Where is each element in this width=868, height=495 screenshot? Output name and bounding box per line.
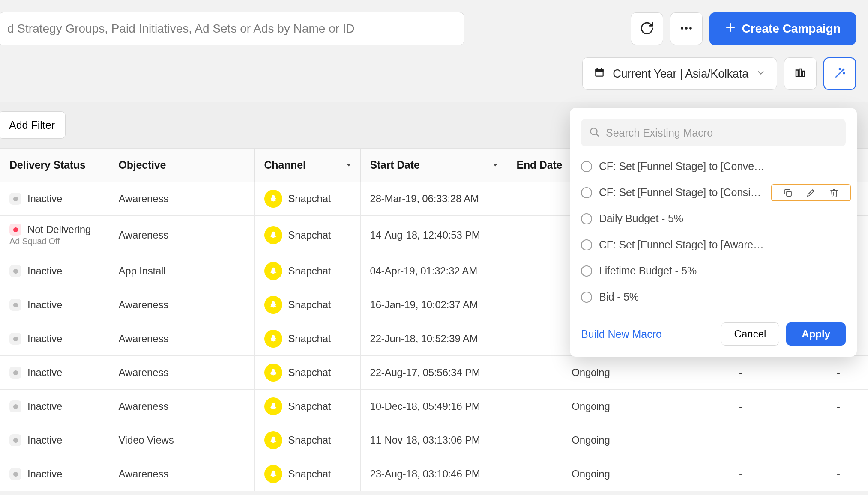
search-input[interactable]	[0, 12, 464, 45]
status-text: Inactive	[27, 265, 62, 277]
channel-name: Snapchat	[288, 468, 331, 480]
date-range-label: Current Year | Asia/Kolkata	[613, 67, 748, 81]
build-new-macro-link[interactable]: Build New Macro	[581, 328, 662, 340]
columns-button[interactable]	[784, 57, 817, 90]
cell-objective: Awareness	[109, 216, 254, 254]
cell-channel: Snapchat	[254, 322, 360, 356]
cell-delivery: Inactive	[0, 322, 109, 356]
cell-start-date: 04-Apr-19, 01:32:32 AM	[360, 254, 507, 288]
macro-item[interactable]: CF: Set [Funnel Stage] to [Convers…	[570, 153, 857, 179]
add-filter-label: Add Filter	[9, 119, 55, 131]
snapchat-icon	[264, 226, 282, 244]
macro-label: Bid - 5%	[599, 291, 766, 303]
refresh-icon	[640, 21, 654, 37]
cell-delivery: Inactive	[0, 390, 109, 423]
snapchat-icon	[264, 330, 282, 348]
status-text: Inactive	[27, 299, 62, 311]
table-row[interactable]: Inactive Awareness Snapchat 23-Aug-18, 0…	[0, 457, 868, 491]
table-row[interactable]: Inactive Awareness Snapchat 22-Aug-17, 0…	[0, 356, 868, 390]
status-text: Not Delivering	[27, 224, 91, 236]
radio-icon[interactable]	[581, 161, 592, 172]
cell-objective: Awareness	[109, 457, 254, 491]
cell-extra-2: -	[807, 423, 868, 457]
top-toolbar: Create Campaign	[0, 0, 868, 57]
edit-icon[interactable]	[799, 188, 823, 198]
svg-marker-18	[493, 164, 497, 166]
svg-point-1	[685, 27, 688, 30]
channel-name: Snapchat	[288, 193, 331, 205]
chevron-down-icon	[756, 67, 766, 81]
radio-icon[interactable]	[581, 292, 592, 303]
duplicate-icon[interactable]	[776, 188, 799, 198]
cell-channel: Snapchat	[254, 288, 360, 322]
trash-icon[interactable]	[823, 188, 846, 198]
more-button[interactable]	[670, 12, 703, 45]
cell-start-date: 10-Dec-18, 05:49:16 PM	[360, 390, 507, 423]
macro-item[interactable]: Lifetime Budget - 5%	[570, 258, 857, 284]
svg-point-14	[843, 69, 844, 70]
macro-popover: CF: Set [Funnel Stage] to [Convers… CF: …	[570, 108, 857, 357]
svg-rect-8	[601, 68, 602, 70]
search-icon	[589, 126, 600, 139]
svg-line-20	[596, 134, 599, 136]
plus-icon	[725, 22, 736, 36]
date-range-picker[interactable]: Current Year | Asia/Kolkata	[582, 57, 777, 90]
macro-item[interactable]: Bid - 5%	[570, 284, 857, 310]
status-indicator-icon	[9, 434, 21, 446]
col-header-delivery[interactable]: Delivery Status	[0, 149, 109, 182]
create-campaign-button[interactable]: Create Campaign	[709, 12, 856, 45]
channel-name: Snapchat	[288, 400, 331, 412]
svg-rect-11	[799, 69, 802, 77]
macro-cancel-button[interactable]: Cancel	[721, 322, 780, 346]
radio-icon[interactable]	[581, 187, 592, 198]
cell-extra-1: -	[675, 356, 807, 390]
cell-objective: App Install	[109, 254, 254, 288]
macro-actions	[771, 184, 851, 201]
channel-name: Snapchat	[288, 333, 331, 345]
caret-down-icon	[345, 159, 353, 171]
macro-label: CF: Set [Funnel Stage] to [Awaren…	[599, 239, 766, 251]
macro-search[interactable]	[581, 119, 846, 146]
cell-channel: Snapchat	[254, 423, 360, 457]
cell-start-date: 28-Mar-19, 06:33:28 AM	[360, 182, 507, 216]
status-indicator-icon	[9, 333, 21, 345]
macro-search-input[interactable]	[606, 127, 838, 139]
channel-name: Snapchat	[288, 265, 331, 277]
macro-item[interactable]: CF: Set [Funnel Stage] to [Awaren…	[570, 232, 857, 258]
refresh-button[interactable]	[631, 12, 663, 45]
macro-popover-footer: Build New Macro Cancel Apply	[570, 313, 857, 347]
cell-extra-1: -	[675, 423, 807, 457]
macro-list: CF: Set [Funnel Stage] to [Convers… CF: …	[570, 151, 857, 313]
svg-point-16	[839, 68, 841, 69]
svg-point-0	[681, 27, 683, 30]
add-filter-button[interactable]: Add Filter	[0, 111, 66, 139]
cell-channel: Snapchat	[254, 254, 360, 288]
snapchat-icon	[264, 296, 282, 314]
cell-end-date: Ongoing	[507, 390, 675, 423]
cell-objective: Awareness	[109, 182, 254, 216]
svg-rect-7	[597, 68, 598, 70]
svg-rect-6	[595, 69, 604, 71]
col-header-objective[interactable]: Objective	[109, 149, 254, 182]
status-text: Inactive	[27, 400, 62, 412]
macro-item[interactable]: Daily Budget - 5%	[570, 206, 857, 232]
more-horizontal-icon	[679, 21, 694, 37]
col-header-channel[interactable]: Channel	[254, 149, 360, 182]
table-row[interactable]: Inactive Awareness Snapchat 10-Dec-18, 0…	[0, 390, 868, 423]
radio-icon[interactable]	[581, 213, 592, 224]
table-row[interactable]: Inactive Video Views Snapchat 11-Nov-18,…	[0, 423, 868, 457]
cell-start-date: 22-Jun-18, 10:52:39 AM	[360, 322, 507, 356]
svg-rect-24	[787, 191, 791, 196]
radio-icon[interactable]	[581, 265, 592, 277]
channel-name: Snapchat	[288, 367, 331, 379]
macro-item[interactable]: CF: Set [Funnel Stage] to [Conside…	[570, 179, 857, 206]
macro-label: CF: Set [Funnel Stage] to [Conside…	[599, 186, 766, 199]
snapchat-icon	[264, 397, 282, 415]
calendar-icon	[594, 67, 605, 81]
status-indicator-icon	[9, 400, 21, 412]
macro-wand-button[interactable]	[823, 57, 856, 90]
col-header-start[interactable]: Start Date	[360, 149, 507, 182]
radio-icon[interactable]	[581, 239, 592, 250]
cell-start-date: 23-Aug-18, 03:10:46 PM	[360, 457, 507, 491]
macro-apply-button[interactable]: Apply	[786, 322, 846, 346]
